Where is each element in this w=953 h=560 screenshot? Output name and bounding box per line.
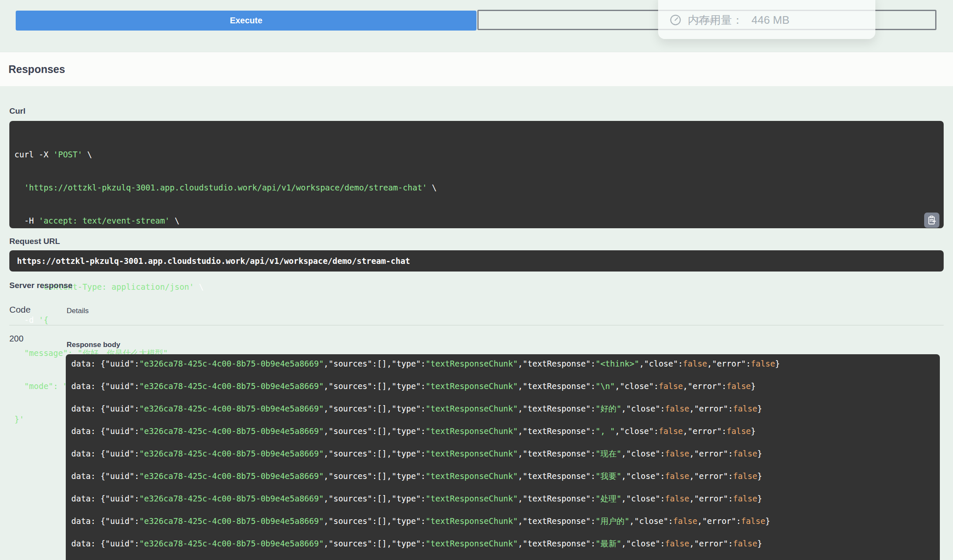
curl-line: -H 'Content-Type: application/json' \ (14, 281, 437, 292)
memory-usage-value: 446 MB (751, 14, 790, 27)
curl-code-block: curl -X 'POST' \ 'https://ottzkl-pkzulq-… (9, 121, 944, 228)
details-column-header: Details (67, 307, 89, 315)
response-line: data: {"uuid":"e326ca78-425c-4c00-8b75-0… (71, 404, 940, 413)
response-line: data: {"uuid":"e326ca78-425c-4c00-8b75-0… (71, 381, 940, 391)
response-line: data: {"uuid":"e326ca78-425c-4c00-8b75-0… (71, 359, 940, 368)
responses-title: Responses (8, 63, 65, 76)
response-line: data: {"uuid":"e326ca78-425c-4c00-8b75-0… (71, 494, 940, 503)
response-line: data: {"uuid":"e326ca78-425c-4c00-8b75-0… (71, 471, 940, 481)
request-url-bar: https://ottzkl-pkzulq-3001.app.cloudstud… (9, 250, 944, 272)
response-body-block: data: {"uuid":"e326ca78-425c-4c00-8b75-0… (66, 354, 940, 560)
response-line: data: {"uuid":"e326ca78-425c-4c00-8b75-0… (71, 539, 940, 548)
response-line: data: {"uuid":"e326ca78-425c-4c00-8b75-0… (71, 426, 940, 436)
responses-header-band: Responses (0, 52, 953, 86)
response-line: data: {"uuid":"e326ca78-425c-4c00-8b75-0… (71, 449, 940, 458)
curl-line: -d '{ (14, 314, 437, 325)
curl-section-label: Curl (9, 106, 25, 116)
memory-usage-overlay: 内存用量： 446 MB (658, 0, 875, 39)
response-line: data: {"uuid":"e326ca78-425c-4c00-8b75-0… (71, 516, 940, 526)
curl-line: curl -X 'POST' \ (14, 149, 437, 160)
response-body-label: Response body (67, 341, 121, 349)
curl-line: 'https://ottzkl-pkzulq-3001.app.cloudstu… (14, 182, 437, 193)
code-column-header: Code (9, 305, 31, 315)
response-table-divider (9, 325, 944, 325)
server-response-label: Server response (9, 281, 73, 290)
clipboard-icon (927, 215, 937, 225)
request-url-value: https://ottzkl-pkzulq-3001.app.cloudstud… (17, 255, 410, 266)
memory-usage-label: 内存用量： (688, 13, 743, 28)
gauge-icon (669, 14, 682, 26)
curl-line: -H 'accept: text/event-stream' \ (14, 215, 437, 226)
execute-button[interactable]: Execute (16, 11, 476, 31)
status-code: 200 (9, 334, 23, 344)
copy-to-clipboard-button[interactable] (924, 213, 939, 228)
request-url-label: Request URL (9, 237, 60, 246)
